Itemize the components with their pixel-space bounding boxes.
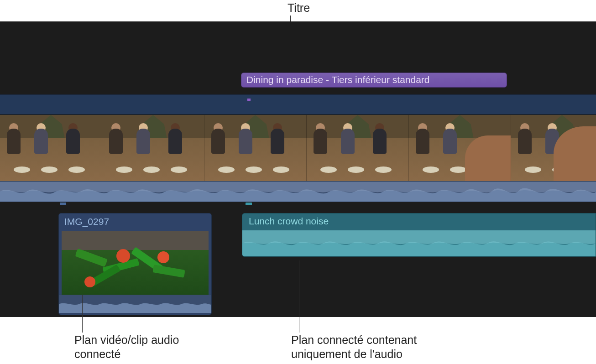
connected-audio-only-clip[interactable]: Lunch crowd noise bbox=[242, 213, 596, 257]
waveform-icon bbox=[0, 182, 596, 202]
timeline-area: Dining in paradise - Tiers inférieur sta… bbox=[0, 21, 596, 317]
primary-storyline-filmstrip[interactable] bbox=[0, 115, 596, 181]
title-clip[interactable]: Dining in paradise - Tiers inférieur sta… bbox=[241, 73, 507, 88]
primary-storyline-waveform[interactable] bbox=[0, 181, 596, 202]
annotation-connected-va: Plan vidéo/clip audio connecté bbox=[74, 333, 220, 362]
storyline-title-marker bbox=[247, 99, 251, 101]
clip-connector-marker bbox=[246, 203, 252, 205]
storyline-header-bar[interactable] bbox=[0, 94, 596, 114]
filmstrip-frame bbox=[0, 115, 102, 181]
filmstrip-frame bbox=[307, 115, 409, 181]
annotation-titre: Titre bbox=[288, 1, 310, 15]
clip-connector-marker bbox=[60, 203, 66, 205]
connected-video-audio-clip[interactable]: IMG_0297 bbox=[58, 213, 212, 315]
title-clip-label: Dining in paradise - Tiers inférieur sta… bbox=[246, 74, 430, 85]
filmstrip-frame bbox=[204, 115, 307, 181]
callout-line-connected-audio bbox=[299, 260, 299, 333]
audio-clip-label: Lunch crowd noise bbox=[249, 216, 329, 226]
waveform-icon bbox=[242, 230, 596, 256]
callout-line-connected-va bbox=[82, 295, 83, 333]
audio-clip-label-band: Lunch crowd noise bbox=[242, 213, 596, 230]
annotation-connected-audio: Plan connecté contenant uniquement de l'… bbox=[291, 333, 455, 362]
connected-clip-thumbnail bbox=[62, 231, 209, 295]
filmstrip-frame bbox=[511, 115, 596, 181]
filmstrip-frame bbox=[409, 115, 511, 181]
connected-clip-label-band: IMG_0297 bbox=[59, 213, 211, 231]
connector-strip bbox=[0, 202, 596, 208]
connected-clip-label: IMG_0297 bbox=[64, 216, 109, 227]
audio-clip-waveform bbox=[242, 230, 596, 256]
filmstrip-frame bbox=[102, 115, 204, 181]
